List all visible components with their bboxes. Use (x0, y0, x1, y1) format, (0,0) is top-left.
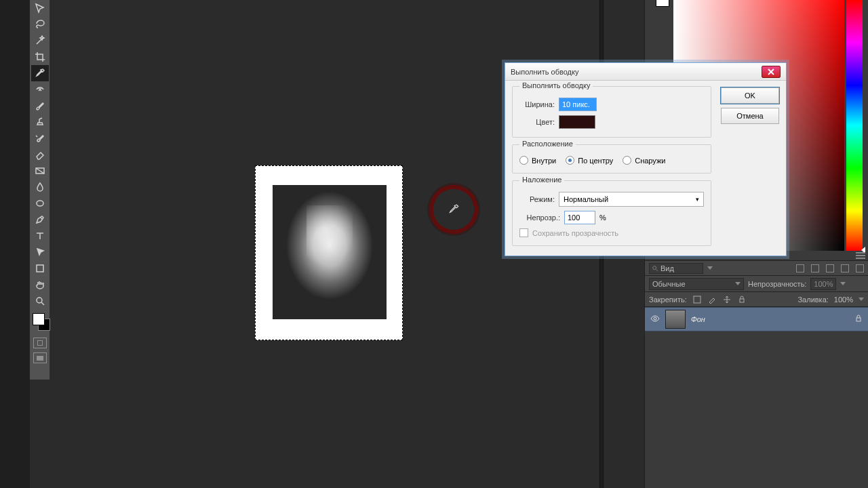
position-fieldset: Расположение Внутри По центру Снаружи (512, 144, 711, 174)
gradient-tool[interactable] (31, 163, 49, 179)
layer-filter-label: Вид (660, 264, 674, 272)
svg-rect-5 (694, 296, 701, 303)
eyedropper-tool[interactable] (31, 65, 49, 81)
hand-tool[interactable] (31, 277, 49, 293)
app-gutter (0, 0, 30, 488)
dialog-titlebar[interactable]: Выполнить обводку (505, 63, 786, 81)
stroke-dialog: Выполнить обводку Выполнить обводку Шири… (505, 62, 787, 256)
picker-current-swatch[interactable] (656, 0, 669, 7)
lock-pixels-icon[interactable] (692, 295, 702, 304)
spot-heal-tool[interactable] (31, 81, 49, 98)
radio-icon (623, 156, 631, 165)
lock-move-icon[interactable] (722, 295, 732, 304)
pen-tool[interactable] (31, 211, 49, 228)
blending-fieldset: Наложение Режим: Нормальный ▾ Непрозр.: … (512, 180, 711, 246)
hue-slider[interactable] (846, 0, 863, 251)
blend-mode-select[interactable]: Обычные (649, 278, 744, 290)
svg-point-1 (37, 201, 43, 206)
opacity-label: Непрозрачность: (748, 280, 806, 288)
mode-select[interactable]: Нормальный ▾ (559, 192, 704, 207)
tools-toolbar (30, 0, 50, 380)
photo-content (273, 185, 387, 319)
layer-filter-icons (796, 264, 864, 272)
cancel-button[interactable]: Отмена (721, 108, 779, 124)
lock-all-icon[interactable] (737, 295, 747, 304)
quickmask-toggle[interactable] (33, 338, 47, 348)
dialog-title: Выполнить обводку (511, 68, 578, 76)
radio-inside[interactable]: Внутри (519, 156, 556, 165)
move-tool[interactable] (31, 0, 49, 16)
opacity-label: Непрозр.: (519, 214, 560, 222)
chevron-down-icon (735, 282, 741, 285)
close-button[interactable] (762, 66, 781, 78)
filter-type-icon[interactable] (826, 264, 834, 272)
lock-label: Закрепить: (649, 296, 687, 304)
radio-center[interactable]: По центру (566, 156, 613, 165)
lock-brush-icon[interactable] (707, 295, 717, 304)
dodge-tool[interactable] (31, 195, 49, 211)
position-legend: Расположение (519, 140, 576, 148)
brush-tool[interactable] (31, 98, 49, 114)
mode-label: Режим: (519, 195, 555, 203)
svg-rect-2 (37, 265, 43, 272)
opacity-suffix: % (599, 214, 606, 222)
opacity-input[interactable]: 100 (564, 211, 595, 224)
layers-filter-bar: Вид (645, 261, 868, 276)
magic-wand-tool[interactable] (31, 33, 49, 49)
eraser-tool[interactable] (31, 146, 49, 163)
svg-rect-6 (740, 299, 744, 302)
stroke-color-swatch[interactable] (559, 115, 595, 129)
layer-blend-row: Обычные Непрозрачность: 100% (645, 276, 868, 292)
history-brush-tool[interactable] (31, 130, 49, 146)
lock-icon[interactable] (854, 314, 863, 324)
layer-name[interactable]: Фон (691, 315, 705, 323)
color-swatches[interactable] (31, 313, 49, 333)
layers-list: Фон (645, 307, 868, 488)
opacity-input[interactable]: 100% (810, 278, 836, 290)
stroke-fieldset: Выполнить обводку Ширина: 10 пикс. Цвет: (512, 86, 711, 138)
fill-label: Заливка: (797, 296, 828, 304)
path-select-tool[interactable] (31, 244, 49, 260)
svg-rect-8 (856, 318, 861, 321)
filter-shape-icon[interactable] (841, 264, 849, 272)
blending-legend: Наложение (519, 176, 564, 184)
visibility-eye-icon[interactable] (650, 314, 660, 325)
chevron-down-icon[interactable] (840, 282, 846, 285)
blend-mode-value: Обычные (652, 280, 686, 288)
width-label: Ширина: (519, 100, 555, 108)
zoom-tool[interactable] (31, 293, 49, 309)
svg-point-3 (37, 298, 42, 303)
preserve-checkbox (519, 228, 528, 237)
filter-pixel-icon[interactable] (796, 264, 804, 272)
chevron-down-icon[interactable] (859, 298, 864, 301)
screenmode-toggle[interactable] (33, 352, 47, 363)
svg-point-4 (653, 266, 656, 269)
filter-smart-icon[interactable] (856, 264, 864, 272)
clone-stamp-tool[interactable] (31, 114, 49, 130)
layer-row[interactable]: Фон (645, 307, 868, 331)
panel-menu-icon[interactable] (856, 252, 865, 259)
preserve-label: Сохранить прозрачность (532, 229, 618, 237)
filter-adjust-icon[interactable] (811, 264, 819, 272)
blur-tool[interactable] (31, 179, 49, 195)
lasso-tool[interactable] (31, 16, 49, 33)
fill-input[interactable]: 100% (834, 296, 853, 304)
layer-lock-row: Закрепить: Заливка: 100% (645, 292, 868, 307)
ok-button[interactable]: OK (721, 87, 779, 104)
radio-icon (519, 156, 528, 165)
stroke-legend: Выполнить обводку (519, 81, 593, 89)
radio-outside[interactable]: Снаружи (623, 156, 665, 165)
chevron-down-icon (707, 266, 713, 270)
eyedropper-sample-ring (427, 183, 480, 236)
radio-icon (566, 156, 574, 165)
layer-thumbnail[interactable] (665, 310, 686, 329)
svg-point-7 (654, 317, 656, 320)
foreground-color-swatch[interactable] (33, 313, 45, 325)
shape-tool[interactable] (31, 260, 49, 277)
layer-filter-select[interactable]: Вид (649, 263, 703, 274)
document-canvas[interactable] (255, 165, 403, 340)
color-label: Цвет: (519, 118, 555, 126)
width-input[interactable]: 10 пикс. (559, 98, 597, 111)
type-tool[interactable] (31, 228, 49, 244)
crop-tool[interactable] (31, 49, 49, 65)
